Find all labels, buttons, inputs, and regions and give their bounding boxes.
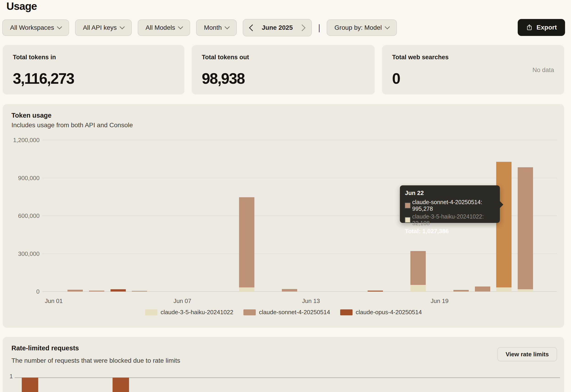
chevron-down-icon — [120, 24, 125, 29]
tooltip-total: Total: 1,027,386 — [405, 228, 495, 235]
legend-item: claude-sonnet-4-20250514 — [243, 309, 330, 316]
x-axis-tick-label: Jun 13 — [293, 297, 329, 305]
token-bar-segment[interactable] — [518, 167, 533, 289]
legend-item: claude-3-5-haiku-20241022 — [145, 309, 233, 316]
legend-label: claude-opus-4-20250514 — [356, 309, 422, 316]
stat-card-web-searches: Total web searches No data 0 — [382, 45, 564, 95]
token-usage-card: Token usage Includes usage from both API… — [3, 104, 564, 328]
chart-tooltip: Jun 22 claude-sonnet-4-20250514: 995,278… — [400, 185, 500, 223]
period-filter[interactable]: Month — [196, 19, 237, 36]
date-navigator[interactable]: June 2025 — [243, 19, 312, 36]
stat-label: Total tokens in — [13, 54, 56, 61]
x-axis-tick-label: Jun 19 — [421, 297, 458, 305]
token-bar-segment[interactable] — [111, 289, 126, 291]
token-bar-segment[interactable] — [496, 287, 512, 291]
date-range-label: June 2025 — [262, 24, 293, 31]
rate-limited-bar[interactable] — [22, 377, 38, 392]
gridline — [42, 254, 557, 254]
group-by-label: Group by: Model — [334, 24, 382, 31]
tooltip-arrow — [500, 201, 503, 208]
chevron-down-icon — [385, 24, 390, 29]
tooltip-title: Jun 22 — [405, 189, 495, 197]
models-filter[interactable]: All Models — [138, 19, 190, 36]
y-axis-tick-label: 900,000 — [3, 174, 40, 182]
chevron-right-icon[interactable] — [299, 24, 305, 31]
y-axis-tick-label: 0 — [3, 288, 40, 295]
token-bar-segment[interactable] — [239, 197, 254, 287]
stat-label: Total tokens out — [202, 54, 249, 61]
export-icon — [526, 24, 533, 31]
token-bar-segment[interactable] — [368, 291, 383, 291]
rate-axis-line — [15, 377, 560, 378]
tooltip-row: claude-sonnet-4-20250514: 995,278 — [405, 199, 495, 212]
x-axis-tick-label: Jun 01 — [35, 297, 72, 305]
gridline — [42, 140, 557, 140]
token-bar-segment[interactable] — [496, 162, 512, 287]
token-bar-segment[interactable] — [89, 291, 104, 292]
api-keys-filter-label: All API keys — [83, 24, 117, 31]
workspaces-filter[interactable]: All Workspaces — [2, 19, 69, 36]
stat-card-tokens-out: Total tokens out 98,938 — [192, 45, 375, 95]
token-bar-segment[interactable] — [410, 251, 426, 285]
token-bar-segment[interactable] — [410, 285, 426, 291]
token-bar-segment[interactable] — [68, 290, 83, 291]
token-bar-segment[interactable] — [475, 287, 490, 291]
legend-swatch-icon — [340, 309, 353, 315]
legend-item: claude-opus-4-20250514 — [340, 309, 422, 316]
rate-y-tick-label: 1 — [3, 373, 13, 380]
chevron-down-icon — [57, 24, 62, 29]
legend-label: claude-sonnet-4-20250514 — [259, 309, 330, 316]
rate-limited-chart: 1 — [3, 337, 564, 392]
y-axis-tick-label: 300,000 — [3, 250, 40, 258]
usage-page: Usage All Workspaces All API keys All Mo… — [0, 0, 571, 392]
chart-legend: claude-3-5-haiku-20241022claude-sonnet-4… — [3, 309, 564, 316]
gridline — [42, 178, 557, 178]
legend-swatch-icon — [243, 309, 256, 315]
tooltip-row-text: claude-sonnet-4-20250514: 995,278 — [412, 199, 495, 212]
stat-value: 0 — [392, 70, 400, 87]
page-title: Usage — [6, 0, 37, 12]
group-by-filter[interactable]: Group by: Model — [327, 19, 397, 36]
x-axis-tick-label: Jun 07 — [164, 297, 201, 305]
rate-limited-bar[interactable] — [113, 377, 129, 392]
toolbar-divider: | — [318, 23, 321, 32]
models-filter-label: All Models — [145, 24, 175, 31]
stat-value: 3,116,273 — [13, 70, 74, 87]
api-keys-filter[interactable]: All API keys — [75, 19, 132, 36]
export-button-label: Export — [536, 24, 557, 31]
chevron-down-icon — [178, 24, 183, 29]
sonnet-swatch-icon — [405, 203, 410, 208]
legend-label: claude-3-5-haiku-20241022 — [161, 309, 233, 316]
legend-swatch-icon — [145, 309, 157, 315]
rate-limited-card: Rate-limited requests The number of requ… — [3, 337, 564, 392]
no-data-label: No data — [532, 67, 554, 74]
token-bar-segment[interactable] — [453, 290, 469, 291]
chevron-left-icon[interactable] — [249, 24, 256, 31]
tooltip-row: claude-3-5-haiku-20241022: 32,108 — [405, 213, 495, 227]
y-axis-tick-label: 600,000 — [3, 212, 40, 219]
y-axis-tick-label: 1,200,000 — [3, 136, 40, 144]
period-filter-label: Month — [204, 24, 222, 31]
token-bar-segment[interactable] — [132, 291, 147, 291]
export-button[interactable]: Export — [518, 19, 565, 36]
chevron-down-icon — [225, 24, 230, 29]
workspaces-filter-label: All Workspaces — [10, 24, 54, 31]
stat-card-tokens-in: Total tokens in 3,116,273 — [3, 45, 184, 95]
stat-value: 98,938 — [202, 70, 244, 87]
token-bar-segment[interactable] — [518, 289, 533, 291]
stat-label: Total web searches — [392, 54, 449, 61]
token-bar-segment[interactable] — [239, 287, 254, 291]
token-bar-segment[interactable] — [282, 289, 297, 291]
filter-toolbar: All Workspaces All API keys All Models M… — [2, 19, 397, 36]
tooltip-row-text: claude-3-5-haiku-20241022: 32,108 — [412, 213, 495, 227]
haiku-swatch-icon — [405, 217, 410, 223]
